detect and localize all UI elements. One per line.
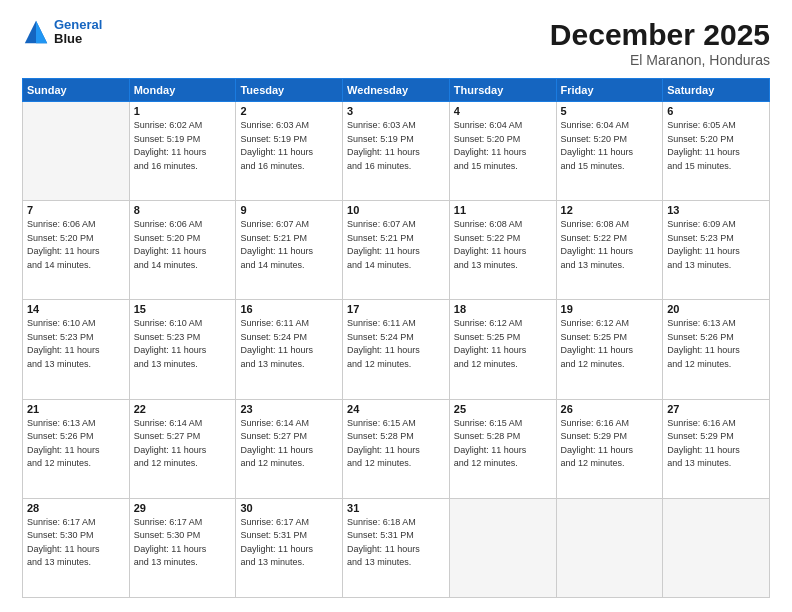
calendar-cell [23, 102, 130, 201]
day-number: 9 [240, 204, 338, 216]
day-number: 11 [454, 204, 552, 216]
calendar-week-row: 7Sunrise: 6:06 AM Sunset: 5:20 PM Daylig… [23, 201, 770, 300]
day-number: 30 [240, 502, 338, 514]
day-number: 27 [667, 403, 765, 415]
day-info: Sunrise: 6:16 AM Sunset: 5:29 PM Dayligh… [561, 417, 659, 471]
day-number: 22 [134, 403, 232, 415]
calendar-cell: 5Sunrise: 6:04 AM Sunset: 5:20 PM Daylig… [556, 102, 663, 201]
day-number: 1 [134, 105, 232, 117]
day-number: 25 [454, 403, 552, 415]
day-info: Sunrise: 6:14 AM Sunset: 5:27 PM Dayligh… [134, 417, 232, 471]
calendar-cell: 25Sunrise: 6:15 AM Sunset: 5:28 PM Dayli… [449, 399, 556, 498]
day-number: 14 [27, 303, 125, 315]
calendar-week-row: 28Sunrise: 6:17 AM Sunset: 5:30 PM Dayli… [23, 498, 770, 597]
day-info: Sunrise: 6:07 AM Sunset: 5:21 PM Dayligh… [347, 218, 445, 272]
calendar-cell: 22Sunrise: 6:14 AM Sunset: 5:27 PM Dayli… [129, 399, 236, 498]
calendar-cell: 26Sunrise: 6:16 AM Sunset: 5:29 PM Dayli… [556, 399, 663, 498]
calendar-cell: 20Sunrise: 6:13 AM Sunset: 5:26 PM Dayli… [663, 300, 770, 399]
calendar-cell: 18Sunrise: 6:12 AM Sunset: 5:25 PM Dayli… [449, 300, 556, 399]
calendar-cell: 3Sunrise: 6:03 AM Sunset: 5:19 PM Daylig… [343, 102, 450, 201]
title-block: December 2025 El Maranon, Honduras [550, 18, 770, 68]
day-info: Sunrise: 6:02 AM Sunset: 5:19 PM Dayligh… [134, 119, 232, 173]
day-info: Sunrise: 6:06 AM Sunset: 5:20 PM Dayligh… [134, 218, 232, 272]
calendar-cell: 4Sunrise: 6:04 AM Sunset: 5:20 PM Daylig… [449, 102, 556, 201]
day-number: 10 [347, 204, 445, 216]
day-info: Sunrise: 6:03 AM Sunset: 5:19 PM Dayligh… [240, 119, 338, 173]
day-number: 8 [134, 204, 232, 216]
day-info: Sunrise: 6:15 AM Sunset: 5:28 PM Dayligh… [347, 417, 445, 471]
calendar-cell: 29Sunrise: 6:17 AM Sunset: 5:30 PM Dayli… [129, 498, 236, 597]
weekday-header: Sunday [23, 79, 130, 102]
day-info: Sunrise: 6:14 AM Sunset: 5:27 PM Dayligh… [240, 417, 338, 471]
weekday-header: Tuesday [236, 79, 343, 102]
calendar-week-row: 14Sunrise: 6:10 AM Sunset: 5:23 PM Dayli… [23, 300, 770, 399]
day-info: Sunrise: 6:09 AM Sunset: 5:23 PM Dayligh… [667, 218, 765, 272]
day-number: 29 [134, 502, 232, 514]
calendar-cell: 31Sunrise: 6:18 AM Sunset: 5:31 PM Dayli… [343, 498, 450, 597]
day-info: Sunrise: 6:06 AM Sunset: 5:20 PM Dayligh… [27, 218, 125, 272]
day-info: Sunrise: 6:03 AM Sunset: 5:19 PM Dayligh… [347, 119, 445, 173]
day-info: Sunrise: 6:17 AM Sunset: 5:30 PM Dayligh… [134, 516, 232, 570]
day-info: Sunrise: 6:08 AM Sunset: 5:22 PM Dayligh… [561, 218, 659, 272]
day-number: 7 [27, 204, 125, 216]
calendar-cell: 16Sunrise: 6:11 AM Sunset: 5:24 PM Dayli… [236, 300, 343, 399]
day-info: Sunrise: 6:13 AM Sunset: 5:26 PM Dayligh… [27, 417, 125, 471]
calendar-cell: 8Sunrise: 6:06 AM Sunset: 5:20 PM Daylig… [129, 201, 236, 300]
logo: General Blue [22, 18, 102, 47]
day-info: Sunrise: 6:11 AM Sunset: 5:24 PM Dayligh… [347, 317, 445, 371]
calendar-cell: 23Sunrise: 6:14 AM Sunset: 5:27 PM Dayli… [236, 399, 343, 498]
day-number: 24 [347, 403, 445, 415]
day-number: 21 [27, 403, 125, 415]
day-number: 13 [667, 204, 765, 216]
day-number: 3 [347, 105, 445, 117]
calendar-cell [556, 498, 663, 597]
day-number: 6 [667, 105, 765, 117]
calendar-cell [663, 498, 770, 597]
calendar-header-row: SundayMondayTuesdayWednesdayThursdayFrid… [23, 79, 770, 102]
day-info: Sunrise: 6:07 AM Sunset: 5:21 PM Dayligh… [240, 218, 338, 272]
logo-icon [22, 18, 50, 46]
weekday-header: Saturday [663, 79, 770, 102]
calendar-cell: 17Sunrise: 6:11 AM Sunset: 5:24 PM Dayli… [343, 300, 450, 399]
day-number: 4 [454, 105, 552, 117]
calendar-cell: 28Sunrise: 6:17 AM Sunset: 5:30 PM Dayli… [23, 498, 130, 597]
calendar-cell: 9Sunrise: 6:07 AM Sunset: 5:21 PM Daylig… [236, 201, 343, 300]
calendar-table: SundayMondayTuesdayWednesdayThursdayFrid… [22, 78, 770, 598]
page: General Blue December 2025 El Maranon, H… [0, 0, 792, 612]
calendar-cell: 7Sunrise: 6:06 AM Sunset: 5:20 PM Daylig… [23, 201, 130, 300]
calendar-cell: 10Sunrise: 6:07 AM Sunset: 5:21 PM Dayli… [343, 201, 450, 300]
calendar-cell: 14Sunrise: 6:10 AM Sunset: 5:23 PM Dayli… [23, 300, 130, 399]
day-info: Sunrise: 6:16 AM Sunset: 5:29 PM Dayligh… [667, 417, 765, 471]
day-info: Sunrise: 6:10 AM Sunset: 5:23 PM Dayligh… [134, 317, 232, 371]
day-number: 2 [240, 105, 338, 117]
day-number: 15 [134, 303, 232, 315]
day-info: Sunrise: 6:12 AM Sunset: 5:25 PM Dayligh… [561, 317, 659, 371]
day-info: Sunrise: 6:11 AM Sunset: 5:24 PM Dayligh… [240, 317, 338, 371]
header: General Blue December 2025 El Maranon, H… [22, 18, 770, 68]
location-title: El Maranon, Honduras [550, 52, 770, 68]
day-number: 5 [561, 105, 659, 117]
calendar-cell: 15Sunrise: 6:10 AM Sunset: 5:23 PM Dayli… [129, 300, 236, 399]
day-number: 28 [27, 502, 125, 514]
calendar-week-row: 1Sunrise: 6:02 AM Sunset: 5:19 PM Daylig… [23, 102, 770, 201]
calendar-cell: 11Sunrise: 6:08 AM Sunset: 5:22 PM Dayli… [449, 201, 556, 300]
day-info: Sunrise: 6:17 AM Sunset: 5:30 PM Dayligh… [27, 516, 125, 570]
calendar-cell: 6Sunrise: 6:05 AM Sunset: 5:20 PM Daylig… [663, 102, 770, 201]
day-info: Sunrise: 6:05 AM Sunset: 5:20 PM Dayligh… [667, 119, 765, 173]
calendar-cell: 12Sunrise: 6:08 AM Sunset: 5:22 PM Dayli… [556, 201, 663, 300]
calendar-cell: 30Sunrise: 6:17 AM Sunset: 5:31 PM Dayli… [236, 498, 343, 597]
calendar-week-row: 21Sunrise: 6:13 AM Sunset: 5:26 PM Dayli… [23, 399, 770, 498]
day-info: Sunrise: 6:04 AM Sunset: 5:20 PM Dayligh… [561, 119, 659, 173]
day-number: 19 [561, 303, 659, 315]
day-number: 18 [454, 303, 552, 315]
day-number: 16 [240, 303, 338, 315]
day-info: Sunrise: 6:17 AM Sunset: 5:31 PM Dayligh… [240, 516, 338, 570]
weekday-header: Friday [556, 79, 663, 102]
logo-text: General Blue [54, 18, 102, 47]
calendar-cell: 27Sunrise: 6:16 AM Sunset: 5:29 PM Dayli… [663, 399, 770, 498]
day-number: 12 [561, 204, 659, 216]
calendar-cell: 21Sunrise: 6:13 AM Sunset: 5:26 PM Dayli… [23, 399, 130, 498]
calendar-cell: 1Sunrise: 6:02 AM Sunset: 5:19 PM Daylig… [129, 102, 236, 201]
weekday-header: Wednesday [343, 79, 450, 102]
day-info: Sunrise: 6:10 AM Sunset: 5:23 PM Dayligh… [27, 317, 125, 371]
